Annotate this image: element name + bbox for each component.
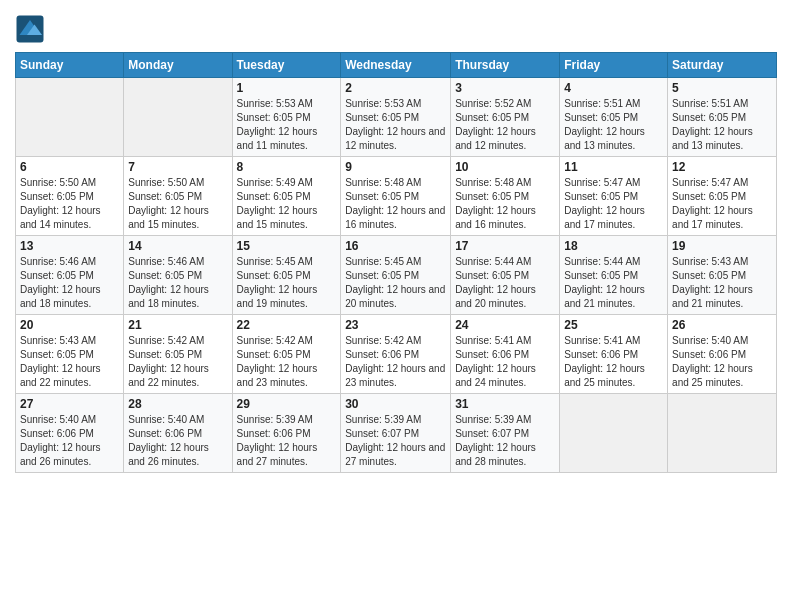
day-number: 12 bbox=[672, 160, 772, 174]
calendar-cell: 13Sunrise: 5:46 AM Sunset: 6:05 PM Dayli… bbox=[16, 236, 124, 315]
calendar-cell: 18Sunrise: 5:44 AM Sunset: 6:05 PM Dayli… bbox=[560, 236, 668, 315]
day-info: Sunrise: 5:50 AM Sunset: 6:05 PM Dayligh… bbox=[128, 176, 227, 232]
day-number: 28 bbox=[128, 397, 227, 411]
calendar-cell: 2Sunrise: 5:53 AM Sunset: 6:05 PM Daylig… bbox=[341, 78, 451, 157]
header-row: SundayMondayTuesdayWednesdayThursdayFrid… bbox=[16, 53, 777, 78]
calendar-cell: 20Sunrise: 5:43 AM Sunset: 6:05 PM Dayli… bbox=[16, 315, 124, 394]
logo-icon bbox=[15, 14, 45, 44]
day-info: Sunrise: 5:47 AM Sunset: 6:05 PM Dayligh… bbox=[564, 176, 663, 232]
calendar-cell: 26Sunrise: 5:40 AM Sunset: 6:06 PM Dayli… bbox=[668, 315, 777, 394]
day-number: 13 bbox=[20, 239, 119, 253]
day-info: Sunrise: 5:48 AM Sunset: 6:05 PM Dayligh… bbox=[455, 176, 555, 232]
day-info: Sunrise: 5:42 AM Sunset: 6:05 PM Dayligh… bbox=[237, 334, 337, 390]
day-info: Sunrise: 5:39 AM Sunset: 6:07 PM Dayligh… bbox=[345, 413, 446, 469]
day-info: Sunrise: 5:43 AM Sunset: 6:05 PM Dayligh… bbox=[20, 334, 119, 390]
calendar-cell: 11Sunrise: 5:47 AM Sunset: 6:05 PM Dayli… bbox=[560, 157, 668, 236]
weekday-header: Saturday bbox=[668, 53, 777, 78]
day-number: 22 bbox=[237, 318, 337, 332]
day-number: 18 bbox=[564, 239, 663, 253]
day-info: Sunrise: 5:44 AM Sunset: 6:05 PM Dayligh… bbox=[455, 255, 555, 311]
calendar-cell: 30Sunrise: 5:39 AM Sunset: 6:07 PM Dayli… bbox=[341, 394, 451, 473]
calendar-cell: 19Sunrise: 5:43 AM Sunset: 6:05 PM Dayli… bbox=[668, 236, 777, 315]
calendar-cell: 7Sunrise: 5:50 AM Sunset: 6:05 PM Daylig… bbox=[124, 157, 232, 236]
day-number: 30 bbox=[345, 397, 446, 411]
calendar-cell bbox=[124, 78, 232, 157]
day-info: Sunrise: 5:42 AM Sunset: 6:05 PM Dayligh… bbox=[128, 334, 227, 390]
day-number: 20 bbox=[20, 318, 119, 332]
calendar-header: SundayMondayTuesdayWednesdayThursdayFrid… bbox=[16, 53, 777, 78]
calendar-cell: 16Sunrise: 5:45 AM Sunset: 6:05 PM Dayli… bbox=[341, 236, 451, 315]
calendar-week-row: 6Sunrise: 5:50 AM Sunset: 6:05 PM Daylig… bbox=[16, 157, 777, 236]
day-info: Sunrise: 5:39 AM Sunset: 6:06 PM Dayligh… bbox=[237, 413, 337, 469]
day-number: 14 bbox=[128, 239, 227, 253]
day-number: 15 bbox=[237, 239, 337, 253]
day-number: 29 bbox=[237, 397, 337, 411]
calendar-cell bbox=[668, 394, 777, 473]
calendar-cell: 8Sunrise: 5:49 AM Sunset: 6:05 PM Daylig… bbox=[232, 157, 341, 236]
day-number: 19 bbox=[672, 239, 772, 253]
calendar-week-row: 20Sunrise: 5:43 AM Sunset: 6:05 PM Dayli… bbox=[16, 315, 777, 394]
day-info: Sunrise: 5:53 AM Sunset: 6:05 PM Dayligh… bbox=[345, 97, 446, 153]
day-info: Sunrise: 5:45 AM Sunset: 6:05 PM Dayligh… bbox=[237, 255, 337, 311]
calendar-week-row: 13Sunrise: 5:46 AM Sunset: 6:05 PM Dayli… bbox=[16, 236, 777, 315]
calendar-cell: 4Sunrise: 5:51 AM Sunset: 6:05 PM Daylig… bbox=[560, 78, 668, 157]
calendar-cell: 31Sunrise: 5:39 AM Sunset: 6:07 PM Dayli… bbox=[451, 394, 560, 473]
day-info: Sunrise: 5:41 AM Sunset: 6:06 PM Dayligh… bbox=[564, 334, 663, 390]
calendar-cell bbox=[16, 78, 124, 157]
day-number: 25 bbox=[564, 318, 663, 332]
day-number: 2 bbox=[345, 81, 446, 95]
weekday-header: Tuesday bbox=[232, 53, 341, 78]
calendar-week-row: 27Sunrise: 5:40 AM Sunset: 6:06 PM Dayli… bbox=[16, 394, 777, 473]
day-info: Sunrise: 5:46 AM Sunset: 6:05 PM Dayligh… bbox=[128, 255, 227, 311]
calendar-cell: 15Sunrise: 5:45 AM Sunset: 6:05 PM Dayli… bbox=[232, 236, 341, 315]
day-info: Sunrise: 5:43 AM Sunset: 6:05 PM Dayligh… bbox=[672, 255, 772, 311]
day-number: 8 bbox=[237, 160, 337, 174]
calendar-cell: 3Sunrise: 5:52 AM Sunset: 6:05 PM Daylig… bbox=[451, 78, 560, 157]
day-number: 21 bbox=[128, 318, 227, 332]
day-info: Sunrise: 5:53 AM Sunset: 6:05 PM Dayligh… bbox=[237, 97, 337, 153]
day-info: Sunrise: 5:51 AM Sunset: 6:05 PM Dayligh… bbox=[672, 97, 772, 153]
day-number: 16 bbox=[345, 239, 446, 253]
day-info: Sunrise: 5:42 AM Sunset: 6:06 PM Dayligh… bbox=[345, 334, 446, 390]
day-number: 11 bbox=[564, 160, 663, 174]
day-number: 23 bbox=[345, 318, 446, 332]
weekday-header: Wednesday bbox=[341, 53, 451, 78]
calendar-cell: 21Sunrise: 5:42 AM Sunset: 6:05 PM Dayli… bbox=[124, 315, 232, 394]
day-info: Sunrise: 5:40 AM Sunset: 6:06 PM Dayligh… bbox=[20, 413, 119, 469]
day-number: 7 bbox=[128, 160, 227, 174]
day-number: 24 bbox=[455, 318, 555, 332]
day-number: 1 bbox=[237, 81, 337, 95]
calendar-cell: 24Sunrise: 5:41 AM Sunset: 6:06 PM Dayli… bbox=[451, 315, 560, 394]
calendar-cell: 22Sunrise: 5:42 AM Sunset: 6:05 PM Dayli… bbox=[232, 315, 341, 394]
day-info: Sunrise: 5:39 AM Sunset: 6:07 PM Dayligh… bbox=[455, 413, 555, 469]
calendar-cell: 23Sunrise: 5:42 AM Sunset: 6:06 PM Dayli… bbox=[341, 315, 451, 394]
calendar-cell: 25Sunrise: 5:41 AM Sunset: 6:06 PM Dayli… bbox=[560, 315, 668, 394]
calendar-cell: 17Sunrise: 5:44 AM Sunset: 6:05 PM Dayli… bbox=[451, 236, 560, 315]
day-number: 17 bbox=[455, 239, 555, 253]
day-info: Sunrise: 5:44 AM Sunset: 6:05 PM Dayligh… bbox=[564, 255, 663, 311]
day-number: 5 bbox=[672, 81, 772, 95]
day-info: Sunrise: 5:52 AM Sunset: 6:05 PM Dayligh… bbox=[455, 97, 555, 153]
weekday-header: Monday bbox=[124, 53, 232, 78]
day-info: Sunrise: 5:48 AM Sunset: 6:05 PM Dayligh… bbox=[345, 176, 446, 232]
day-info: Sunrise: 5:49 AM Sunset: 6:05 PM Dayligh… bbox=[237, 176, 337, 232]
logo bbox=[15, 14, 47, 44]
day-info: Sunrise: 5:50 AM Sunset: 6:05 PM Dayligh… bbox=[20, 176, 119, 232]
calendar-cell: 6Sunrise: 5:50 AM Sunset: 6:05 PM Daylig… bbox=[16, 157, 124, 236]
day-info: Sunrise: 5:45 AM Sunset: 6:05 PM Dayligh… bbox=[345, 255, 446, 311]
calendar-table: SundayMondayTuesdayWednesdayThursdayFrid… bbox=[15, 52, 777, 473]
calendar-body: 1Sunrise: 5:53 AM Sunset: 6:05 PM Daylig… bbox=[16, 78, 777, 473]
day-info: Sunrise: 5:51 AM Sunset: 6:05 PM Dayligh… bbox=[564, 97, 663, 153]
day-number: 10 bbox=[455, 160, 555, 174]
calendar-cell: 27Sunrise: 5:40 AM Sunset: 6:06 PM Dayli… bbox=[16, 394, 124, 473]
calendar-cell: 29Sunrise: 5:39 AM Sunset: 6:06 PM Dayli… bbox=[232, 394, 341, 473]
calendar-cell: 12Sunrise: 5:47 AM Sunset: 6:05 PM Dayli… bbox=[668, 157, 777, 236]
weekday-header: Friday bbox=[560, 53, 668, 78]
day-number: 6 bbox=[20, 160, 119, 174]
day-number: 4 bbox=[564, 81, 663, 95]
day-number: 3 bbox=[455, 81, 555, 95]
header bbox=[15, 10, 777, 44]
weekday-header: Thursday bbox=[451, 53, 560, 78]
calendar-week-row: 1Sunrise: 5:53 AM Sunset: 6:05 PM Daylig… bbox=[16, 78, 777, 157]
calendar-cell bbox=[560, 394, 668, 473]
